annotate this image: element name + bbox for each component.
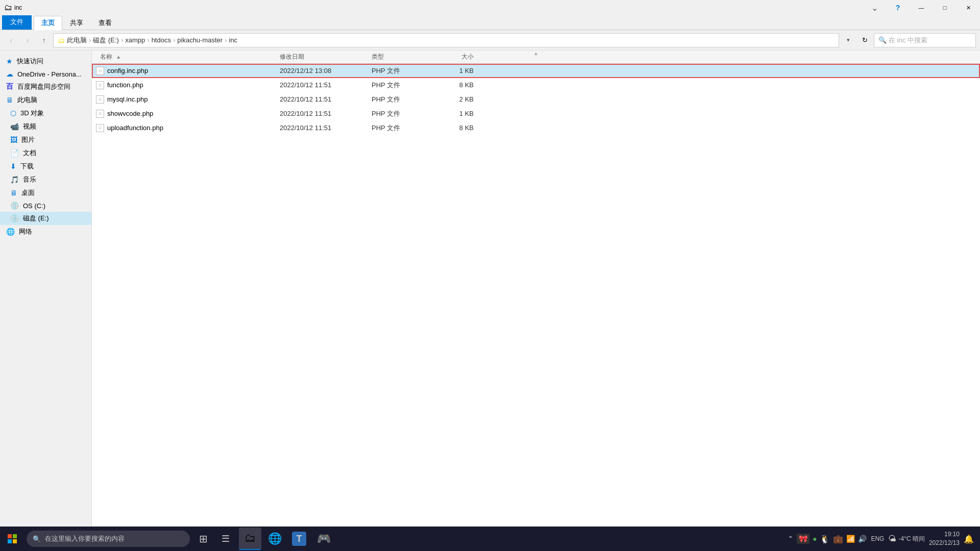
sidebar-label-quick-access: 快速访问	[17, 57, 43, 66]
sidebar-label-baidu: 百度网盘同步空间	[17, 82, 70, 91]
table-row[interactable]: □ config.inc.php 2022/12/12 13:08 PHP 文件…	[92, 64, 980, 78]
forward-button[interactable]: ›	[20, 33, 35, 47]
tray-suitcase-icon[interactable]: 💼	[833, 534, 843, 544]
path-xampp[interactable]: xampp	[125, 36, 145, 44]
tray-ribbon-icon[interactable]: 🎀	[797, 534, 810, 544]
file-cell-size: 8 KB	[433, 124, 474, 132]
sidebar-item-onedrive[interactable]: ☁ OneDrive - Persona...	[0, 68, 91, 80]
video-icon: 📹	[10, 122, 19, 131]
table-row[interactable]: □ function.php 2022/10/12 11:51 PHP 文件 8…	[92, 78, 980, 92]
sidebar-item-network[interactable]: 🌐 网络	[0, 225, 91, 238]
col-header-size[interactable]: 大小	[433, 53, 474, 61]
address-dropdown-button[interactable]: ▾	[841, 33, 855, 47]
network-icon: 🌐	[6, 228, 15, 236]
maximize-button[interactable]: □	[933, 0, 957, 15]
path-htdocs[interactable]: htdocs	[152, 36, 171, 44]
sidebar-item-e-drive[interactable]: 💿 磁盘 (E:)	[0, 212, 91, 225]
sidebar-label-pictures: 图片	[21, 135, 35, 144]
sidebar-label-documents: 文档	[23, 148, 36, 158]
up-button[interactable]: ↑	[37, 33, 51, 47]
windows-logo-icon	[7, 534, 17, 544]
file-cell-type: PHP 文件	[372, 66, 433, 76]
task-view-button[interactable]: ⊞	[192, 528, 214, 550]
sidebar-label-3d: 3D 对象	[20, 109, 44, 118]
address-bar: ‹ › ↑ 🗂 此电脑 › 磁盘 (E:) › xampp › htdocs ›…	[0, 30, 980, 51]
sidebar-item-pictures[interactable]: 🖼 图片	[0, 133, 91, 146]
taskbar-typora[interactable]: T	[288, 528, 310, 550]
col-header-date[interactable]: 修改日期	[280, 53, 372, 61]
taskbar-search[interactable]: 🔍 在这里输入你要搜索的内容	[27, 531, 190, 547]
music-icon: 🎵	[10, 176, 19, 184]
baidu-icon: 百	[6, 82, 13, 91]
notification-button[interactable]: 🔔	[964, 534, 974, 544]
table-row[interactable]: □ uploadfunction.php 2022/10/12 11:51 PH…	[92, 121, 980, 135]
file-cell-size: 2 KB	[433, 95, 474, 103]
tab-home[interactable]: 主页	[34, 16, 62, 30]
refresh-button[interactable]: ↻	[857, 33, 872, 47]
sidebar-item-this-pc[interactable]: 🖥 此电脑	[0, 93, 91, 107]
file-cell-date: 2022/12/12 13:08	[280, 67, 372, 74]
address-path[interactable]: 🗂 此电脑 › 磁盘 (E:) › xampp › htdocs › pikac…	[53, 33, 839, 47]
file-cell-date: 2022/10/12 11:51	[280, 110, 372, 117]
taskbar-edge[interactable]: 🌐	[263, 528, 286, 550]
col-header-type[interactable]: 类型	[372, 53, 433, 61]
start-button[interactable]	[0, 527, 24, 551]
php-file-icon: □	[96, 110, 104, 118]
taskbar-file-explorer[interactable]: 🗂	[239, 528, 261, 550]
file-name: mysql.inc.php	[107, 95, 148, 103]
ribbon-button[interactable]: ☰	[214, 528, 237, 550]
taskbar-game[interactable]: 🎮	[312, 528, 335, 550]
path-drive-e[interactable]: 磁盘 (E:)	[93, 36, 119, 45]
path-this-pc[interactable]: 此电脑	[67, 36, 87, 45]
tab-share[interactable]: 共享	[62, 16, 91, 30]
window-controls: ⌄ ? — □ ✕	[863, 0, 980, 15]
tab-file[interactable]: 文件	[2, 14, 32, 30]
sidebar-item-videos[interactable]: 📹 视频	[0, 120, 91, 133]
tray-wifi-icon[interactable]: 📶	[846, 535, 855, 543]
minimize-button[interactable]: —	[910, 0, 933, 15]
tray-arrow[interactable]: ⌃	[788, 535, 794, 543]
download-icon: ⬇	[10, 162, 16, 170]
help-button[interactable]: ?	[886, 0, 910, 15]
drive-c-icon: 💿	[10, 202, 19, 210]
close-button[interactable]: ✕	[957, 0, 980, 15]
sidebar-item-baidu[interactable]: 百 百度网盘同步空间	[0, 80, 91, 93]
ribbon: 文件 主页 共享 查看	[0, 15, 980, 30]
table-row[interactable]: □ mysql.inc.php 2022/10/12 11:51 PHP 文件 …	[92, 92, 980, 107]
system-tray: ⌃ 🎀 ● 🐧 💼 📶 🔊	[788, 534, 867, 544]
sidebar-item-desktop[interactable]: 🖥 桌面	[0, 186, 91, 199]
sidebar-label-desktop: 桌面	[21, 188, 35, 197]
col-header-name[interactable]: 名称 ▲	[96, 53, 280, 61]
file-cell-type: PHP 文件	[372, 95, 433, 104]
taskbar-search-icon: 🔍	[33, 535, 41, 543]
language-indicator[interactable]: ENG	[871, 535, 884, 542]
php-file-icon: □	[96, 67, 104, 75]
tray-green-dot[interactable]: ●	[813, 535, 817, 543]
sidebar-item-music[interactable]: 🎵 音乐	[0, 173, 91, 186]
path-inc[interactable]: inc	[229, 36, 238, 44]
php-file-icon: □	[96, 124, 104, 132]
cloud-icon: ☁	[6, 70, 13, 78]
tray-volume-icon[interactable]: 🔊	[858, 535, 867, 543]
back-button[interactable]: ‹	[4, 33, 18, 47]
file-cell-size: 1 KB	[433, 67, 474, 74]
search-box[interactable]: 🔍 在 inc 中搜索	[874, 33, 976, 47]
sidebar-item-quick-access[interactable]: ★ 快速访问	[0, 55, 91, 68]
sidebar-item-c-drive[interactable]: 💿 OS (C:)	[0, 199, 91, 212]
taskbar-clock[interactable]: 19:10 2022/12/13	[929, 530, 960, 547]
taskbar-weather[interactable]: 🌤 -4°C 晴间	[888, 534, 924, 543]
tray-penguin-icon[interactable]: 🐧	[820, 534, 830, 544]
path-folder-icon: 🗂	[58, 36, 65, 44]
expand-button[interactable]: ⌄	[863, 0, 886, 15]
file-name: function.php	[107, 81, 143, 89]
sidebar-item-documents[interactable]: 📄 文档	[0, 146, 91, 160]
search-placeholder: 在 inc 中搜索	[889, 36, 927, 45]
table-row[interactable]: □ showvcode.php 2022/10/12 11:51 PHP 文件 …	[92, 107, 980, 121]
file-cell-name: □ uploadfunction.php	[96, 124, 280, 132]
sidebar-item-downloads[interactable]: ⬇ 下载	[0, 160, 91, 173]
path-pikachu[interactable]: pikachu-master	[177, 36, 223, 44]
sidebar-item-3d[interactable]: ⬡ 3D 对象	[0, 107, 91, 120]
tab-view[interactable]: 查看	[91, 16, 119, 30]
sidebar-label-videos: 视频	[23, 122, 36, 131]
file-cell-name: □ function.php	[96, 81, 280, 89]
